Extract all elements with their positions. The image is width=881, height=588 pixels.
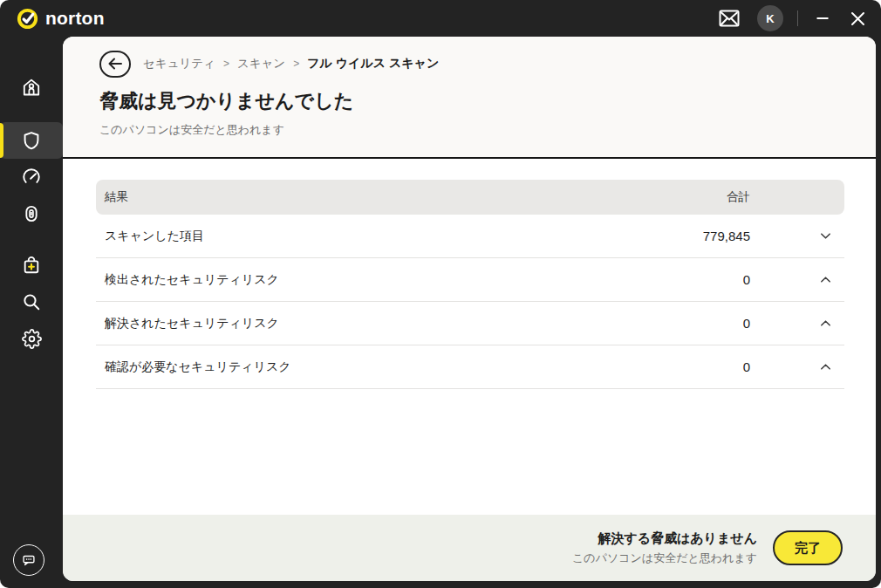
minimize-button[interactable] bbox=[812, 8, 833, 29]
chat-icon bbox=[20, 551, 38, 569]
scan-results: 結果 合計 スキャンした項目 779,845 検出されたセキュリティリスク 0 bbox=[63, 159, 876, 515]
breadcrumb-security[interactable]: セキュリティ bbox=[143, 56, 215, 72]
breadcrumb-separator: > bbox=[223, 58, 229, 70]
sidebar-item-identity[interactable] bbox=[0, 195, 63, 232]
page-title: 脅威は見つかりませんでした bbox=[99, 88, 844, 114]
chevron-up-icon[interactable] bbox=[761, 273, 844, 286]
page-subtitle: このパソコンは安全だと思われます bbox=[99, 122, 844, 138]
content-panel: セキュリティ > スキャン > フル ウイルス スキャン 脅威は見つかりませんで… bbox=[63, 37, 876, 581]
done-button[interactable]: 完了 bbox=[773, 530, 843, 565]
norton-app-window: norton K bbox=[0, 0, 881, 588]
chevron-down-icon[interactable] bbox=[761, 229, 844, 243]
row-label: 解決されたセキュリティリスク bbox=[105, 316, 665, 332]
row-label: 検出されたセキュリティリスク bbox=[105, 272, 665, 288]
account-avatar[interactable]: K bbox=[757, 5, 783, 31]
fingerprint-icon bbox=[21, 203, 42, 224]
breadcrumb-separator: > bbox=[293, 58, 299, 70]
table-row-resolved-risks[interactable]: 解決されたセキュリティリスク 0 bbox=[96, 302, 844, 345]
gear-icon bbox=[22, 329, 42, 349]
row-label: スキャンした項目 bbox=[105, 229, 665, 244]
search-icon bbox=[21, 291, 42, 312]
breadcrumb: セキュリティ > スキャン > フル ウイルス スキャン bbox=[143, 56, 439, 72]
titlebar-divider bbox=[797, 10, 798, 26]
support-chat-button[interactable] bbox=[13, 544, 44, 576]
sidebar-item-home[interactable] bbox=[0, 69, 63, 106]
envelope-icon bbox=[719, 10, 740, 27]
close-button[interactable] bbox=[847, 8, 869, 30]
brand-name: norton bbox=[45, 8, 105, 29]
column-total: 合計 bbox=[665, 189, 761, 205]
row-value: 0 bbox=[665, 316, 761, 331]
sidebar-item-search[interactable] bbox=[0, 284, 63, 320]
page-header: セキュリティ > スキャン > フル ウイルス スキャン 脅威は見つかりませんで… bbox=[63, 37, 876, 159]
table-row-scanned-items[interactable]: スキャンした項目 779,845 bbox=[96, 215, 844, 258]
sidebar-item-settings[interactable] bbox=[0, 320, 63, 357]
footer-message: 解決する脅威はありません bbox=[572, 530, 757, 547]
row-value: 779,845 bbox=[665, 229, 761, 243]
sidebar-item-security[interactable] bbox=[0, 122, 63, 159]
results-table-header: 結果 合計 bbox=[96, 180, 844, 215]
bag-plus-icon bbox=[21, 255, 42, 276]
column-result: 結果 bbox=[105, 189, 665, 205]
sidebar-item-store[interactable] bbox=[0, 247, 63, 284]
gauge-icon bbox=[21, 167, 42, 188]
titlebar: norton K bbox=[0, 0, 881, 37]
table-row-detected-risks[interactable]: 検出されたセキュリティリスク 0 bbox=[96, 258, 844, 302]
back-button[interactable] bbox=[99, 51, 131, 78]
row-value: 0 bbox=[665, 272, 761, 287]
row-value: 0 bbox=[665, 359, 761, 374]
minimize-icon bbox=[816, 11, 830, 25]
home-icon bbox=[21, 77, 42, 98]
breadcrumb-current: フル ウイルス スキャン bbox=[307, 56, 439, 72]
norton-logo: norton bbox=[16, 7, 105, 31]
sidebar-item-performance[interactable] bbox=[0, 159, 63, 195]
page-footer: 解決する脅威はありません このパソコンは安全だと思われます 完了 bbox=[63, 515, 876, 581]
shield-icon bbox=[21, 130, 42, 151]
notifications-envelope-button[interactable] bbox=[715, 6, 743, 31]
sidebar bbox=[0, 37, 63, 588]
arrow-left-icon bbox=[107, 58, 123, 70]
breadcrumb-scans[interactable]: スキャン bbox=[237, 56, 285, 72]
table-row-risks-needing-review[interactable]: 確認が必要なセキュリティリスク 0 bbox=[96, 345, 844, 389]
row-label: 確認が必要なセキュリティリスク bbox=[105, 359, 665, 375]
chevron-up-icon[interactable] bbox=[761, 317, 844, 330]
footer-submessage: このパソコンは安全だと思われます bbox=[572, 550, 757, 566]
chevron-up-icon[interactable] bbox=[761, 360, 844, 373]
norton-check-icon bbox=[16, 7, 39, 31]
close-icon bbox=[850, 11, 865, 26]
